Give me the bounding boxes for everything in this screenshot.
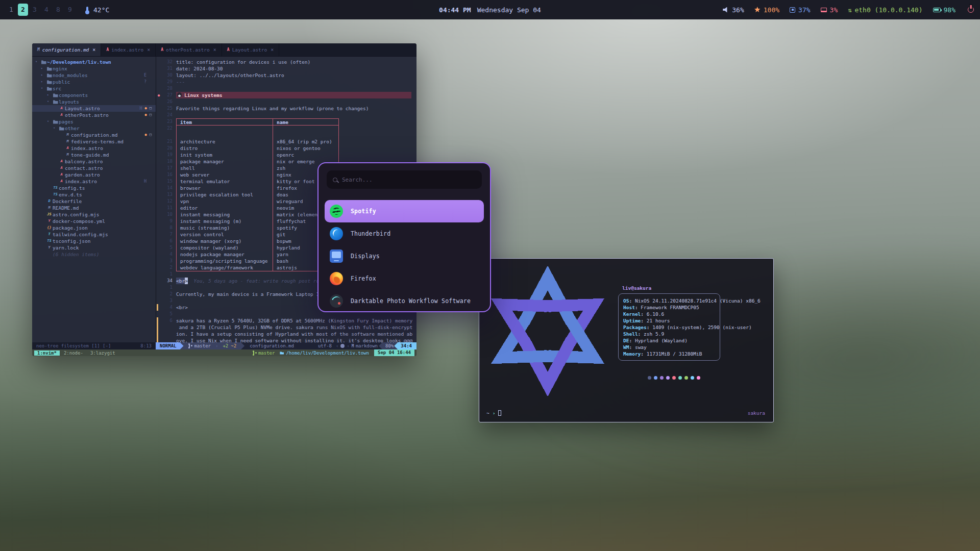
editor-line[interactable]: 29 --- [156, 79, 416, 85]
workspace-button[interactable]: 8 [53, 4, 63, 16]
tab-label: Layout.astro [232, 47, 267, 53]
fetch-info-key: WM [623, 344, 635, 350]
tree-item[interactable]: {} package.json [32, 224, 156, 231]
folder-icon [52, 118, 59, 125]
tree-item[interactable]: ▾ ~/Development/liv.town [32, 59, 156, 65]
tree-item[interactable]: ▸ nginx [32, 65, 156, 72]
tree-item[interactable]: TS tsconfig.json [32, 238, 156, 244]
workspace-button[interactable]: 9 [65, 4, 75, 16]
tree-item[interactable]: A balcony.astro [32, 158, 156, 165]
editor-line[interactable]: 21 architecture x86_64 (rip m2 pro) [156, 138, 416, 145]
launcher-item[interactable]: Displays [318, 245, 490, 267]
tree-item-label: pages [59, 118, 74, 125]
tree-item[interactable]: JS astro.config.mjs [32, 211, 156, 218]
bar-module[interactable]: eth0 (10.0.0.140) [848, 6, 922, 14]
editor-line[interactable]: 20 distro nixos or gentoo [156, 145, 416, 152]
workspace-button[interactable]: 4 [41, 4, 52, 16]
tree-item[interactable]: ▾ other [32, 125, 156, 132]
launcher-item[interactable]: Thunderbird [318, 222, 490, 245]
editor-line[interactable]: 24 [156, 112, 416, 118]
editor-line[interactable]: 30 layout: ../../layouts/otherPost.astro [156, 72, 416, 79]
editor-line[interactable]: 32 title: configuration for devices i us… [156, 59, 416, 65]
volume-icon [723, 7, 729, 13]
launcher-item[interactable]: Spotify [325, 200, 484, 222]
tmux-window[interactable]: 1:nvim* [34, 350, 60, 356]
editor-tab[interactable]: A Layout.astro × [222, 43, 280, 56]
tree-item[interactable]: ▸ components [32, 92, 156, 98]
editor-line[interactable]: 31 date: 2024-08-30 [156, 65, 416, 72]
table-cell-item: item [176, 118, 273, 125]
temperature-value: 42°C [93, 6, 109, 14]
editor-line[interactable]: 19 init system openrc [156, 152, 416, 158]
tree-item[interactable]: T tailwind.config.mjs [32, 231, 156, 238]
tree-item[interactable]: A Layout.astro H ● □ [32, 105, 156, 112]
tmux-statusbar: 1:nvim* 2:node- 3:lazygit master /home/l… [32, 349, 416, 356]
editor-tab[interactable]: A otherPost.astro × [156, 43, 222, 56]
tmux-window[interactable]: 2:node- [61, 350, 86, 356]
tmux-window[interactable]: 3:lazygit [87, 350, 118, 356]
close-tab-icon[interactable]: × [147, 47, 150, 53]
tree-item[interactable]: A contact.astro [32, 165, 156, 171]
editor-tab[interactable]: M configuration.md × [32, 43, 101, 56]
tree-item[interactable]: (6 hidden items) [32, 251, 156, 258]
bar-module[interactable]: 100% [754, 6, 779, 14]
bar-module[interactable]: 37% [790, 6, 810, 14]
search-input[interactable] [342, 177, 476, 183]
editor-line[interactable]: ● 27 Linux systems [156, 92, 416, 98]
session-name: sakura [748, 410, 765, 416]
tree-item[interactable]: M README.md [32, 205, 156, 211]
editor-line[interactable]: 6 sakura has a Ryzen 5 7640U, 32GB of DD… [156, 317, 416, 324]
close-tab-icon[interactable]: × [92, 47, 95, 53]
editor-line[interactable]: 23 item name [156, 118, 416, 125]
table-cell-name: name [273, 118, 339, 125]
line-text: layout: ../../layouts/otherPost.astro [176, 72, 284, 79]
bar-module[interactable]: 36% [723, 6, 744, 14]
editor-line[interactable]: and a 2TB (Crucial P5 Plus) NVMe drive. … [156, 324, 416, 331]
launcher-search[interactable] [327, 170, 482, 189]
tree-item[interactable]: A garden.astro [32, 171, 156, 178]
workspace-button[interactable]: 3 [30, 4, 40, 16]
temperature-module[interactable]: 42°C [86, 6, 109, 14]
workspace-button[interactable]: 1 [6, 4, 16, 16]
close-tab-icon[interactable]: × [271, 47, 274, 53]
editor-line[interactable]: 28 [156, 85, 416, 92]
tree-item[interactable]: ▸ node_modules E [32, 72, 156, 79]
close-tab-icon[interactable]: × [213, 47, 216, 53]
tree-item[interactable]: ▾ src [32, 85, 156, 92]
power-icon[interactable] [968, 7, 974, 13]
tree-item[interactable]: Y yarn.lock [32, 244, 156, 251]
tree-item[interactable]: M tone-guide.md [32, 152, 156, 158]
launcher-item[interactable]: Firefox [318, 267, 490, 290]
tree-item[interactable]: ▾ layouts [32, 98, 156, 105]
editor-line[interactable]: 22 [156, 125, 416, 138]
shell-prompt[interactable]: ~ › [486, 410, 501, 416]
bar-module[interactable]: 98% [933, 6, 955, 14]
launcher-item[interactable]: Darktable Photo Workflow Software [318, 290, 490, 312]
tree-item[interactable]: A index.astro H [32, 178, 156, 185]
chevron-icon: ▸ [47, 92, 52, 98]
editor-line[interactable]: 26 [156, 98, 416, 105]
module-value: eth0 (10.0.0.140) [854, 6, 922, 14]
tree-item[interactable]: TS config.ts [32, 185, 156, 191]
bar-module[interactable]: 3% [821, 6, 838, 14]
line-number: 4 [161, 304, 173, 311]
editor-line[interactable]: ion. I have a setup consisting of Hyprla… [156, 331, 416, 337]
editor-line[interactable]: 25 Favorite things regarding Linux and m… [156, 105, 416, 112]
tree-item[interactable]: ▾ pages [32, 118, 156, 125]
tree-item[interactable]: D Dockerfile [32, 198, 156, 205]
tree-item[interactable]: A index.astro [32, 145, 156, 152]
tree-item[interactable]: M fediverse-terms.md [32, 138, 156, 145]
tree-item[interactable]: TS env.d.ts [32, 191, 156, 198]
tree-item[interactable]: Y docker-compose.yml [32, 218, 156, 224]
markdown-icon: M [352, 344, 354, 348]
sign-column [156, 284, 161, 291]
tree-item[interactable]: M configuration.md ● □ [32, 132, 156, 138]
terminal-color-palette [648, 376, 700, 380]
workspace-button[interactable]: 2 [18, 4, 28, 16]
editor-line[interactable]: ove. I use Nix when I need software with… [156, 337, 416, 342]
editor-tab[interactable]: A index.astro × [101, 43, 156, 56]
tree-item[interactable]: A otherPost.astro ● □ [32, 112, 156, 118]
astro-icon: A [58, 105, 65, 112]
tree-item[interactable]: ▸ public ? [32, 79, 156, 85]
line-text: Currently, my main device is a Framework… [176, 291, 319, 297]
